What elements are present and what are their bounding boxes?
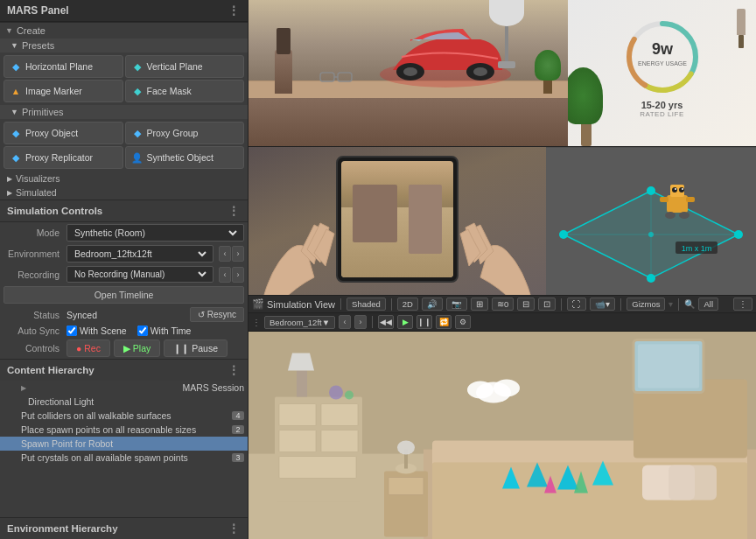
pb-play-btn[interactable]: ▶ [397, 315, 413, 329]
playback-controls-row: Controls ● Rec ▶ Play ❙❙ Pause [0, 338, 248, 359]
robot-scene: 1m x 1m [546, 147, 756, 295]
preset-label-3: Face Mask [147, 86, 192, 96]
primitives-subsection[interactable]: ▼ Primitives [0, 105, 248, 119]
room-select-btn[interactable]: Bedroom_12ft▼ [264, 316, 335, 329]
pause-btn[interactable]: ❙❙ Pause [164, 340, 228, 357]
preset-proxy-object[interactable]: ◆ Proxy Object [4, 122, 123, 144]
mode-select-wrapper[interactable]: Synthetic (Room) [66, 224, 244, 242]
image-marker-icon: ▲ [10, 85, 22, 97]
bulb-life-label: RATED LIFE [640, 110, 684, 118]
pb-loop-btn[interactable]: 🔁 [436, 315, 452, 329]
hier-item-colliders[interactable]: Put colliders on all walkable surfaces 4 [0, 409, 248, 423]
preset-image-marker[interactable]: ▲ Image Marker [4, 80, 123, 102]
visualizers-label: Visualizers [16, 173, 60, 184]
content-hierarchy-list: MARS Session Directional Light Put colli… [0, 381, 248, 517]
overlay-btn[interactable]: ⊟ [517, 298, 535, 311]
shading-select-btn[interactable]: Shaded [346, 298, 386, 311]
bulb-panel: 9w ENERGY USAGE 15-20 yrs RATED LIFE [568, 0, 756, 146]
recording-prev-btn[interactable]: ‹ [219, 267, 231, 283]
hier-item-spawn-points[interactable]: Place spawn points on all reasonable siz… [0, 423, 248, 437]
preset-label-0: Horizontal Plane [25, 61, 93, 72]
primitive-label-3: Synthetic Object [147, 152, 214, 163]
proxy-group-icon: ◆ [131, 127, 144, 139]
recording-next-btn[interactable]: › [232, 267, 244, 283]
with-time-checkbox[interactable] [137, 326, 148, 336]
recording-select-wrapper[interactable]: No Recording (Manual) [66, 266, 214, 283]
preset-vertical-plane[interactable]: ◆ Vertical Plane [125, 55, 245, 78]
svg-text:9w: 9w [651, 40, 673, 58]
viewport-top: 9w ENERGY USAGE 15-20 yrs RATED LIFE [248, 0, 756, 147]
env-select[interactable]: Bedroom_12ftx12ft [71, 248, 209, 260]
stats-btn[interactable]: ≋0 [492, 298, 514, 311]
with-scene-check[interactable]: With Scene [66, 326, 127, 336]
recording-select[interactable]: No Recording (Manual) [71, 269, 209, 280]
play-btn[interactable]: ▶ Play [114, 340, 160, 357]
env-next-btn[interactable]: › [232, 246, 244, 262]
preset-proxy-group[interactable]: ◆ Proxy Group [125, 122, 245, 144]
preset-face-mask[interactable]: ◆ Face Mask [125, 80, 245, 102]
svg-point-58 [345, 391, 354, 400]
sim-playback-bar: ⋮ Bedroom_12ft▼ ‹ › ◀◀ ▶ ❙❙ 🔁 ⚙ [248, 313, 756, 332]
content-hierarchy-dots[interactable]: ⋮ [228, 363, 241, 377]
sim-controls-dots[interactable]: ⋮ [228, 204, 241, 218]
playback-sep-1 [372, 316, 373, 328]
camera-btn[interactable]: 📷 [446, 298, 467, 311]
playback-next-btn[interactable]: › [354, 315, 367, 329]
playback-prev-btn[interactable]: ‹ [339, 315, 351, 329]
ar-scene [248, 0, 568, 146]
hier-item-mars-session[interactable]: MARS Session [0, 381, 248, 395]
svg-rect-50 [668, 466, 717, 500]
open-timeline-btn[interactable]: Open Timeline [4, 286, 244, 304]
2d-btn[interactable]: 2D [397, 298, 418, 311]
env-prev-btn[interactable]: ‹ [219, 246, 231, 262]
synthetic-object-icon: 👤 [131, 151, 144, 164]
smart-bulb-viewport: 9w ENERGY USAGE 15-20 yrs RATED LIFE [568, 0, 756, 146]
pb-pause-btn[interactable]: ❙❙ [416, 315, 432, 329]
hier-item-crystals[interactable]: Put crystals on all available spawn poin… [0, 451, 248, 465]
viewport-middle: 1m x 1m [248, 147, 756, 296]
svg-rect-41 [321, 430, 358, 452]
simulated-label: Simulated [16, 187, 57, 198]
pb-settings-btn[interactable]: ⚙ [455, 315, 471, 329]
preset-horizontal-plane[interactable]: ◆ Horizontal Plane [4, 55, 123, 78]
env-hierarchy-section[interactable]: Environment Hierarchy ⋮ [0, 517, 248, 539]
svg-point-26 [672, 187, 677, 192]
simulated-section[interactable]: ▶ Simulated [0, 186, 248, 200]
env-select-wrapper[interactable]: Bedroom_12ftx12ft [66, 245, 214, 262]
maximize-btn[interactable]: ⛶ [567, 298, 586, 311]
speaker-btn[interactable]: 🔊 [422, 298, 443, 311]
vertical-plane-icon: ◆ [131, 60, 144, 73]
with-scene-checkbox[interactable] [66, 326, 77, 336]
svg-rect-6 [338, 73, 352, 81]
with-time-check[interactable]: With Time [137, 326, 192, 336]
rec-btn[interactable]: ● Rec [66, 340, 110, 357]
preset-synthetic-object[interactable]: 👤 Synthetic Object [125, 146, 245, 169]
env-label: Environment [4, 248, 63, 259]
gizmos-btn[interactable]: ⊡ [538, 298, 556, 311]
toolbar-sep-4 [678, 298, 679, 311]
preset-proxy-replicator[interactable]: ◆ Proxy Replicator [4, 146, 123, 169]
env-hierarchy-dots[interactable]: ⋮ [228, 522, 241, 536]
crystals-badge: 3 [232, 453, 244, 462]
more-btn[interactable]: ⋮ [733, 298, 752, 311]
layers-btn[interactable]: ⊞ [471, 298, 488, 311]
hier-item-directional-light[interactable]: Directional Light [0, 395, 248, 409]
bulb-lifespan: 15-20 yrs [640, 100, 684, 110]
camera2-btn[interactable]: 📹▾ [590, 298, 615, 311]
hier-item-spawn-point-robot[interactable]: Spawn Point for Robot [0, 437, 248, 451]
section-create[interactable]: ▼ Create [0, 22, 248, 38]
panel-menu-dots[interactable]: ⋮ [228, 4, 241, 18]
svg-point-3 [403, 67, 417, 76]
play-to-start-btn[interactable]: ◀◀ [378, 315, 394, 329]
gizmos-label-btn[interactable]: Gizmos [626, 298, 665, 311]
mode-select[interactable]: Synthetic (Room) [71, 227, 240, 239]
recording-arrows: ‹ › [219, 267, 244, 283]
presets-subsection[interactable]: ▼ Presets [0, 38, 248, 52]
visualizers-section[interactable]: ▶ Visualizers [0, 172, 248, 186]
svg-point-32 [665, 212, 676, 219]
all-btn[interactable]: All [698, 298, 718, 311]
resync-btn[interactable]: ↺ Resync [190, 307, 244, 322]
primitives-grid: ◆ Proxy Object ◆ Proxy Group ◆ Proxy Rep… [0, 119, 248, 172]
proxy-object-icon: ◆ [10, 127, 22, 139]
controls-label: Controls [4, 343, 63, 354]
